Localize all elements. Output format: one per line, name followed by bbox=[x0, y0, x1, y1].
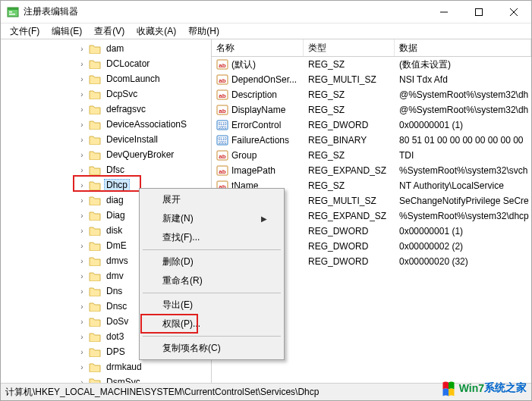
app-icon bbox=[7, 6, 19, 18]
menu-item-2[interactable]: 查看(V) bbox=[88, 23, 131, 39]
expander-icon[interactable]: › bbox=[77, 166, 87, 174]
menu-item-4[interactable]: 帮助(H) bbox=[182, 23, 225, 39]
expander-icon[interactable]: › bbox=[77, 227, 87, 235]
expander-icon[interactable]: › bbox=[77, 287, 87, 296]
context-menu-item-label: 删除(D) bbox=[162, 255, 194, 268]
tree-item-dfsc[interactable]: ›Dfsc bbox=[1, 162, 211, 177]
expander-icon[interactable]: › bbox=[77, 60, 87, 68]
column-header-type[interactable]: 类型 bbox=[304, 39, 395, 56]
expander-icon[interactable]: › bbox=[77, 272, 87, 280]
tree-item-deviceassociations[interactable]: ›DeviceAssociationS bbox=[1, 117, 211, 132]
cell-type: REG_EXPAND_SZ bbox=[304, 163, 395, 178]
tree-item-dam[interactable]: ›dam bbox=[1, 41, 211, 56]
close-button[interactable] bbox=[496, 1, 531, 23]
menu-item-0[interactable]: 文件(F) bbox=[4, 23, 46, 39]
list-row[interactable]: ErrorControlREG_DWORD0x00000001 (1) bbox=[212, 117, 531, 133]
tree-item-dsmsvc[interactable]: ›DsmSvc bbox=[1, 374, 211, 383]
minimize-button[interactable] bbox=[427, 1, 461, 23]
menubar: 文件(F)编辑(E)查看(V)收藏夹(A)帮助(H) bbox=[1, 23, 531, 39]
tree-item-deviceinstall[interactable]: ›DeviceInstall bbox=[1, 132, 211, 147]
folder-icon bbox=[89, 104, 101, 114]
expander-icon[interactable]: › bbox=[77, 363, 87, 371]
context-menu-item[interactable]: 展开 bbox=[141, 190, 282, 209]
context-menu-item[interactable]: 新建(N)▶ bbox=[141, 209, 282, 228]
folder-icon bbox=[89, 195, 101, 205]
tree-item-label: diag bbox=[104, 194, 126, 206]
expander-icon[interactable]: › bbox=[77, 378, 87, 384]
folder-icon bbox=[89, 89, 101, 99]
list-row[interactable]: FailureActionsREG_BINARY80 51 01 00 00 0… bbox=[212, 133, 531, 148]
context-menu-item-label: 导出(E) bbox=[162, 299, 193, 312]
tree-item-defragsvc[interactable]: ›defragsvc bbox=[1, 102, 211, 117]
cell-name-text: FailureActions bbox=[231, 135, 289, 146]
list-row[interactable]: (默认)REG_SZ(数值未设置) bbox=[212, 57, 531, 72]
menu-item-3[interactable]: 收藏夹(A) bbox=[131, 23, 182, 39]
expander-icon[interactable]: › bbox=[77, 105, 87, 114]
folder-icon bbox=[89, 377, 101, 383]
context-menu-item[interactable]: 查找(F)... bbox=[141, 228, 282, 247]
expander-icon[interactable]: › bbox=[77, 348, 87, 356]
column-header-name[interactable]: 名称 bbox=[212, 39, 304, 56]
cell-data: %SystemRoot%\system32\svch bbox=[395, 163, 531, 178]
tree-item-dcpsvc[interactable]: ›DcpSvc bbox=[1, 86, 211, 102]
context-menu-item[interactable]: 重命名(R) bbox=[141, 271, 282, 290]
expander-icon[interactable]: › bbox=[77, 121, 87, 129]
cell-name-text: Description bbox=[231, 89, 277, 100]
expander-icon[interactable]: › bbox=[77, 90, 87, 99]
tree-item-label: DeviceInstall bbox=[104, 133, 160, 146]
context-menu-item-label: 重命名(R) bbox=[162, 274, 203, 287]
window-controls bbox=[427, 1, 531, 23]
cell-name: DisplayName bbox=[212, 102, 304, 118]
expander-icon[interactable]: › bbox=[77, 196, 87, 205]
expander-icon[interactable]: › bbox=[77, 257, 87, 265]
context-menu-item[interactable]: 权限(P)... bbox=[141, 315, 282, 334]
context-menu-item[interactable]: 导出(E) bbox=[141, 296, 282, 315]
folder-icon bbox=[89, 240, 101, 251]
string-value-icon bbox=[216, 74, 228, 86]
context-menu-item[interactable]: 复制项名称(C) bbox=[141, 339, 282, 358]
binary-value-icon bbox=[216, 134, 228, 146]
string-value-icon bbox=[216, 104, 228, 116]
list-row[interactable]: GroupREG_SZTDI bbox=[212, 148, 531, 163]
cell-type: REG_DWORD bbox=[304, 224, 395, 239]
cell-data: 80 51 01 00 00 00 00 00 00 00 bbox=[395, 133, 531, 148]
cell-name: Group bbox=[212, 147, 304, 164]
expander-icon[interactable]: › bbox=[77, 242, 87, 250]
tree-item-drmkaud[interactable]: ›drmkaud bbox=[1, 359, 211, 374]
expander-icon[interactable]: › bbox=[77, 318, 87, 326]
context-menu-item[interactable]: 删除(D) bbox=[141, 252, 282, 271]
list-row[interactable]: DisplayNameREG_SZ@%SystemRoot%\system32\… bbox=[212, 102, 531, 117]
list-row[interactable]: DependOnSer...REG_MULTI_SZNSI Tdx Afd bbox=[212, 72, 531, 87]
tree-item-label: DevQueryBroker bbox=[104, 149, 176, 161]
tree-item-dclocator[interactable]: ›DCLocator bbox=[1, 56, 211, 71]
cell-name-text: (默认) bbox=[231, 58, 256, 71]
column-header-data[interactable]: 数据 bbox=[395, 39, 531, 56]
folder-icon bbox=[89, 271, 101, 281]
expander-icon[interactable]: › bbox=[77, 333, 87, 341]
expander-icon[interactable]: › bbox=[77, 45, 87, 53]
cell-data: NSI Tdx Afd bbox=[395, 72, 531, 87]
tree-item-devquerybroker[interactable]: ›DevQueryBroker bbox=[1, 147, 211, 162]
expander-icon[interactable]: › bbox=[77, 302, 87, 311]
expander-icon[interactable]: › bbox=[77, 136, 87, 144]
cell-name-text: DisplayName bbox=[231, 105, 285, 115]
maximize-button[interactable] bbox=[461, 1, 496, 23]
expander-icon[interactable]: › bbox=[77, 151, 87, 159]
cell-type: REG_DWORD bbox=[304, 254, 395, 269]
cell-data: %SystemRoot%\system32\dhcp bbox=[395, 208, 531, 224]
tree-item-label: disk bbox=[104, 224, 124, 237]
cell-data: 0x00000001 (1) bbox=[395, 224, 531, 239]
expander-icon[interactable]: › bbox=[77, 75, 87, 83]
list-row[interactable]: ImagePathREG_EXPAND_SZ%SystemRoot%\syste… bbox=[212, 163, 531, 178]
menu-item-1[interactable]: 编辑(E) bbox=[46, 23, 88, 39]
expander-icon[interactable]: › bbox=[77, 211, 87, 220]
cell-type: REG_SZ bbox=[304, 148, 395, 163]
tree-item-dcomlaunch[interactable]: ›DcomLaunch bbox=[1, 71, 211, 86]
tree-item-label: defragsvc bbox=[104, 103, 148, 115]
tree-item-label: DPS bbox=[104, 346, 127, 358]
expander-icon[interactable]: › bbox=[77, 181, 87, 190]
statusbar: 计算机\HKEY_LOCAL_MACHINE\SYSTEM\CurrentCon… bbox=[1, 384, 531, 400]
list-header: 名称 类型 数据 bbox=[212, 39, 531, 57]
list-row[interactable]: DescriptionREG_SZ@%SystemRoot%\system32\… bbox=[212, 87, 531, 102]
tree-item-label: Diag bbox=[104, 209, 127, 221]
